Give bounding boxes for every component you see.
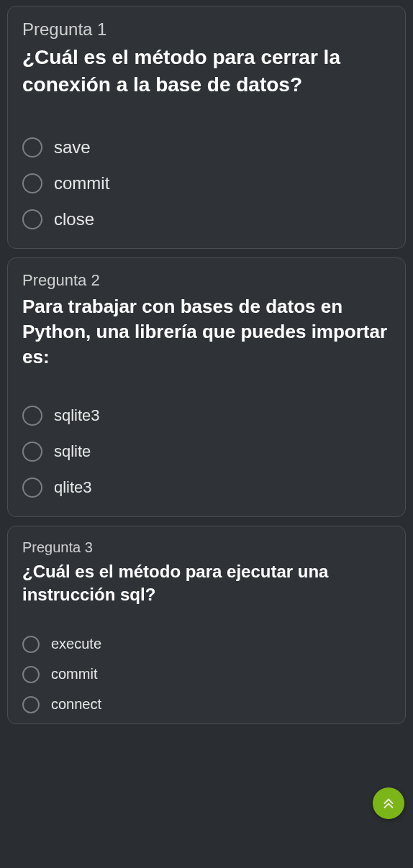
option-label: commit [54,173,109,193]
radio-icon [22,173,42,193]
option-label: connect [51,696,101,713]
question-number: Pregunta 3 [22,539,391,556]
question-text: ¿Cuál es el método para cerrar la conexi… [22,44,391,99]
options-group: save commit close [22,134,391,232]
option-commit[interactable]: commit [22,663,391,686]
radio-icon [22,478,42,498]
option-close[interactable]: close [22,206,391,232]
options-group: execute commit connect [22,633,391,716]
question-text: Para trabajar con bases de datos en Pyth… [22,294,391,370]
option-label: save [54,137,91,157]
option-label: sqlite [54,442,91,461]
option-commit[interactable]: commit [22,170,391,196]
radio-icon [22,636,40,653]
radio-icon [22,209,42,229]
option-sqlite[interactable]: sqlite [22,439,391,465]
chevron-double-up-icon [381,796,396,810]
radio-icon [22,666,40,683]
question-number: Pregunta 1 [22,19,391,40]
option-label: execute [51,636,101,652]
option-connect[interactable]: connect [22,693,391,716]
options-group: sqlite3 sqlite qlite3 [22,403,391,501]
radio-icon [22,696,40,713]
question-card-3: Pregunta 3 ¿Cuál es el método para ejecu… [7,526,406,724]
question-number: Pregunta 2 [22,271,391,290]
radio-icon [22,137,42,157]
question-card-1: Pregunta 1 ¿Cuál es el método para cerra… [7,6,406,249]
option-qlite3[interactable]: qlite3 [22,475,391,501]
scroll-to-top-button[interactable] [373,787,404,819]
option-label: commit [51,666,97,682]
option-label: qlite3 [54,478,92,497]
option-sqlite3[interactable]: sqlite3 [22,403,391,429]
radio-icon [22,442,42,462]
question-card-2: Pregunta 2 Para trabajar con bases de da… [7,257,406,517]
question-text: ¿Cuál es el método para ejecutar una ins… [22,560,391,607]
option-label: close [54,209,94,229]
radio-icon [22,406,42,426]
option-execute[interactable]: execute [22,633,391,656]
option-label: sqlite3 [54,406,100,425]
option-save[interactable]: save [22,134,391,160]
